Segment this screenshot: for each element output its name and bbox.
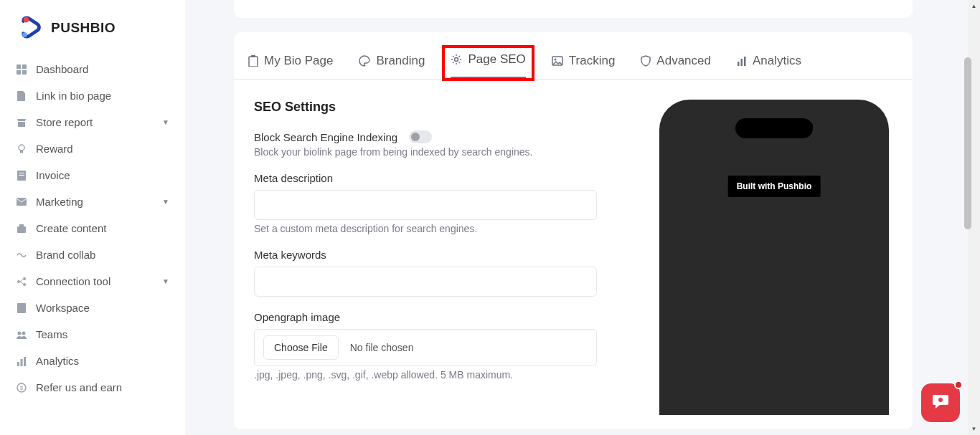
tab-label: Analytics xyxy=(753,54,801,68)
svg-rect-21 xyxy=(24,357,26,366)
create-icon xyxy=(16,223,27,234)
sidebar-item-label: Invoice xyxy=(36,169,70,181)
tab-branding[interactable]: Branding xyxy=(359,52,425,79)
sidebar-item-label: Dashboard xyxy=(36,63,88,75)
sidebar-item-label: Connection tool xyxy=(36,275,110,287)
chat-widget[interactable] xyxy=(921,383,960,422)
sidebar-item-label: Brand collab xyxy=(36,249,95,261)
svg-rect-24 xyxy=(249,57,258,67)
opengraph-label: Opengraph image xyxy=(254,311,627,323)
meta-description-label: Meta description xyxy=(254,172,627,184)
sidebar-item-link-in-bio[interactable]: Link in bio page xyxy=(0,82,185,109)
toggle-knob xyxy=(411,133,420,141)
scroll-thumb[interactable] xyxy=(964,57,971,229)
tab-label: My Bio Page xyxy=(264,54,333,68)
sidebar-item-label: Analytics xyxy=(36,355,79,367)
tab-label: Branding xyxy=(376,54,425,68)
reward-icon xyxy=(16,143,27,155)
sidebar-item-store-report[interactable]: Store report ▼ xyxy=(0,109,185,135)
section-title: SEO Settings xyxy=(254,100,627,115)
opengraph-row: Opengraph image Choose File No file chos… xyxy=(254,311,627,381)
meta-keywords-label: Meta keywords xyxy=(254,249,627,261)
meta-description-helper: Set a custom meta description for search… xyxy=(254,223,627,234)
svg-point-15 xyxy=(23,283,26,286)
chevron-down-icon: ▼ xyxy=(162,118,169,126)
image-icon xyxy=(552,56,563,66)
built-with-badge: Built with Pushbio xyxy=(728,176,821,197)
opengraph-helper: .jpg, .jpeg, .png, .svg, .gif, .webp all… xyxy=(254,369,627,381)
file-input-wrapper: Choose File No file chosen xyxy=(254,329,597,366)
gear-icon xyxy=(451,54,462,65)
logo[interactable]: PUSHBIO xyxy=(0,7,185,56)
scroll-up-arrow[interactable]: ▲ xyxy=(968,0,980,12)
sidebar-item-reward[interactable]: Reward xyxy=(0,135,185,162)
chat-icon xyxy=(931,392,950,414)
sidebar-item-label: Store report xyxy=(36,116,93,128)
content-area: SEO Settings Block Search Engine Indexin… xyxy=(234,80,913,429)
meta-keywords-input[interactable] xyxy=(254,267,597,297)
sidebar-item-teams[interactable]: Teams xyxy=(0,321,185,348)
sidebar-item-brand-collab[interactable]: Brand collab xyxy=(0,242,185,268)
svg-rect-4 xyxy=(17,70,21,75)
sidebar-item-invoice[interactable]: Invoice xyxy=(0,162,185,188)
tab-advanced[interactable]: Advanced xyxy=(641,52,711,79)
clipboard-icon xyxy=(248,55,258,67)
store-icon xyxy=(16,117,27,128)
notification-dot xyxy=(954,381,963,389)
tab-analytics[interactable]: Analytics xyxy=(737,52,801,79)
svg-rect-12 xyxy=(19,224,24,226)
choose-file-button[interactable]: Choose File xyxy=(263,335,339,360)
sidebar-item-workspace[interactable]: Workspace xyxy=(0,295,185,321)
svg-point-28 xyxy=(554,58,556,60)
top-card-edge xyxy=(234,0,913,18)
sidebar-item-label: Link in bio page xyxy=(36,90,111,102)
teams-icon xyxy=(16,329,27,340)
tab-label: Page SEO xyxy=(468,52,525,67)
sidebar-item-label: Teams xyxy=(36,328,67,340)
tab-my-bio-page[interactable]: My Bio Page xyxy=(248,52,333,79)
block-indexing-helper: Block your biolink page from being index… xyxy=(254,146,627,158)
sidebar-item-connection-tool[interactable]: Connection tool ▼ xyxy=(0,268,185,295)
invoice-icon xyxy=(16,170,27,181)
svg-rect-11 xyxy=(17,226,26,233)
svg-rect-3 xyxy=(22,64,27,69)
svg-point-32 xyxy=(938,398,943,402)
main-content: My Bio Page Branding Page SEO Tracking A… xyxy=(185,0,961,435)
phone-preview: Built with Pushbio xyxy=(659,100,889,415)
chevron-down-icon: ▼ xyxy=(162,198,169,206)
connection-icon xyxy=(16,276,27,287)
phone-screen: Built with Pushbio xyxy=(666,107,882,415)
block-indexing-toggle[interactable] xyxy=(409,130,432,143)
refer-icon: $ xyxy=(16,382,27,393)
svg-point-13 xyxy=(17,280,20,283)
sidebar-item-label: Refer us and earn xyxy=(36,381,122,393)
sidebar: PUSHBIO Dashboard Link in bio page Store… xyxy=(0,0,185,435)
logo-icon xyxy=(18,14,45,42)
shield-icon xyxy=(641,55,651,67)
tab-tracking[interactable]: Tracking xyxy=(552,52,616,79)
sidebar-item-create-content[interactable]: Create content xyxy=(0,215,185,242)
file-icon xyxy=(16,90,27,102)
phone-camera xyxy=(803,121,813,131)
bars-icon xyxy=(737,56,747,66)
sidebar-item-marketing[interactable]: Marketing ▼ xyxy=(0,188,185,215)
svg-rect-31 xyxy=(744,57,746,66)
svg-rect-29 xyxy=(738,62,740,66)
sidebar-item-analytics[interactable]: Analytics xyxy=(0,348,185,374)
svg-point-6 xyxy=(19,145,24,150)
svg-point-18 xyxy=(22,331,26,335)
tab-page-seo[interactable]: Page SEO xyxy=(451,52,525,79)
tab-label: Tracking xyxy=(569,54,616,68)
scroll-down-arrow[interactable]: ▼ xyxy=(968,423,980,435)
meta-keywords-row: Meta keywords xyxy=(254,249,627,297)
svg-rect-20 xyxy=(21,359,23,366)
svg-rect-2 xyxy=(17,64,21,69)
sidebar-item-refer[interactable]: $ Refer us and earn xyxy=(0,374,185,401)
sidebar-item-dashboard[interactable]: Dashboard xyxy=(0,56,185,82)
meta-description-input[interactable] xyxy=(254,190,597,220)
svg-point-17 xyxy=(18,331,22,335)
svg-rect-8 xyxy=(19,173,24,173)
phone-notch xyxy=(735,118,813,138)
svg-rect-19 xyxy=(17,362,19,366)
svg-point-1 xyxy=(22,32,27,37)
